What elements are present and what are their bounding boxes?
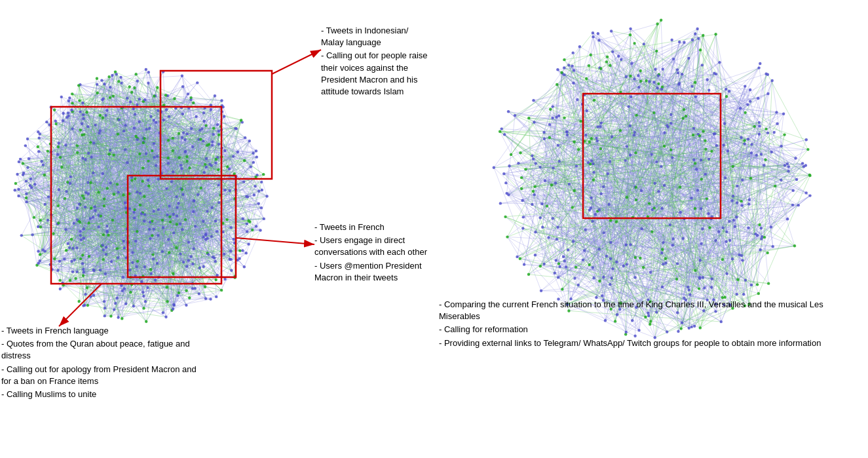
svg-point-4752 xyxy=(499,202,502,204)
svg-point-4786 xyxy=(750,284,753,286)
svg-point-4428 xyxy=(753,125,756,128)
svg-point-2503 xyxy=(188,297,191,299)
svg-point-2552 xyxy=(141,180,143,182)
svg-point-4457 xyxy=(540,290,542,292)
svg-point-4459 xyxy=(592,178,595,181)
svg-point-2407 xyxy=(131,251,134,254)
svg-point-2650 xyxy=(129,100,132,103)
svg-point-2405 xyxy=(168,251,170,254)
svg-point-4460 xyxy=(700,159,702,161)
svg-point-2224 xyxy=(257,190,260,193)
svg-point-4453 xyxy=(595,137,597,140)
svg-point-2583 xyxy=(121,289,124,292)
svg-point-2620 xyxy=(212,126,215,129)
svg-point-4514 xyxy=(766,252,768,254)
svg-point-2361 xyxy=(151,253,154,256)
svg-point-2432 xyxy=(52,232,54,235)
svg-point-2704 xyxy=(211,143,214,146)
svg-point-2401 xyxy=(172,308,174,311)
svg-point-2307 xyxy=(179,222,181,225)
left-top-annotation-list: Tweets in Indonesian/ Malay language Cal… xyxy=(321,25,429,98)
svg-point-4310 xyxy=(774,185,776,187)
svg-point-4693 xyxy=(689,293,691,296)
svg-point-2217 xyxy=(22,162,24,164)
svg-point-2686 xyxy=(206,144,208,147)
left-network-area: Tweets in Indonesian/ Malay language Cal… xyxy=(0,5,432,458)
svg-point-2703 xyxy=(24,144,27,147)
svg-point-2244 xyxy=(67,100,70,102)
svg-point-2359 xyxy=(220,99,223,102)
svg-point-4524 xyxy=(732,219,735,221)
svg-point-4750 xyxy=(772,245,774,248)
svg-point-4639 xyxy=(610,29,613,32)
svg-point-2433 xyxy=(254,185,256,187)
svg-point-4545 xyxy=(802,165,805,168)
svg-point-4530 xyxy=(736,185,738,187)
svg-point-2209 xyxy=(262,173,265,176)
svg-point-2355 xyxy=(211,206,214,209)
svg-point-4743 xyxy=(651,153,653,155)
svg-point-4710 xyxy=(694,207,696,210)
svg-point-2377 xyxy=(185,290,187,292)
svg-point-4672 xyxy=(552,217,554,219)
svg-point-2735 xyxy=(44,203,47,206)
svg-point-4638 xyxy=(556,68,559,71)
svg-point-2530 xyxy=(102,172,104,175)
svg-point-2396 xyxy=(181,113,184,115)
svg-point-2379 xyxy=(233,238,235,240)
right-bottom-item-2: Calling for reformation xyxy=(439,324,858,335)
svg-point-4324 xyxy=(577,148,580,151)
svg-point-4690 xyxy=(519,258,521,260)
svg-line-2804 xyxy=(272,50,321,74)
svg-point-2256 xyxy=(81,254,84,256)
svg-point-4563 xyxy=(551,105,554,107)
svg-point-4731 xyxy=(660,252,663,254)
left-top-annotation: Tweets in Indonesian/ Malay language Cal… xyxy=(321,25,429,99)
svg-point-4386 xyxy=(593,99,595,102)
svg-point-4630 xyxy=(663,145,666,147)
svg-point-4463 xyxy=(661,286,664,288)
svg-point-2413 xyxy=(111,219,114,221)
svg-point-4497 xyxy=(639,80,642,83)
svg-point-2627 xyxy=(148,228,151,231)
svg-point-2242 xyxy=(28,157,30,160)
svg-point-4659 xyxy=(723,122,726,124)
svg-point-4744 xyxy=(639,257,641,259)
svg-point-2354 xyxy=(39,253,41,256)
svg-point-2251 xyxy=(82,268,85,271)
svg-point-4344 xyxy=(656,86,658,89)
svg-point-4330 xyxy=(573,189,576,192)
svg-point-2775 xyxy=(117,118,120,121)
svg-point-2607 xyxy=(181,193,184,196)
svg-point-2784 xyxy=(153,94,155,97)
svg-line-3482 xyxy=(564,53,573,60)
svg-point-2417 xyxy=(177,202,179,204)
svg-point-2711 xyxy=(82,304,85,307)
svg-point-4674 xyxy=(514,114,516,117)
svg-point-2463 xyxy=(187,259,190,261)
svg-point-2381 xyxy=(60,96,63,98)
svg-point-4319 xyxy=(554,181,557,184)
svg-point-4754 xyxy=(663,184,666,187)
svg-point-2672 xyxy=(131,261,134,264)
svg-point-4787 xyxy=(698,276,701,278)
svg-point-2446 xyxy=(70,238,73,240)
right-bottom-annotation-list: Comparing the current French situation t… xyxy=(439,299,858,349)
svg-point-2597 xyxy=(87,152,90,155)
svg-point-2780 xyxy=(243,265,246,268)
svg-point-2692 xyxy=(62,119,64,122)
svg-point-4759 xyxy=(747,138,749,140)
right-bottom-item-1: Comparing the current French situation t… xyxy=(439,299,858,322)
svg-point-2732 xyxy=(228,168,231,170)
svg-point-2486 xyxy=(202,120,205,123)
svg-point-4564 xyxy=(692,127,695,130)
svg-point-4705 xyxy=(643,43,645,45)
svg-point-4604 xyxy=(746,103,749,105)
svg-point-2762 xyxy=(136,138,139,141)
svg-point-2286 xyxy=(45,121,48,123)
svg-point-2495 xyxy=(176,223,178,225)
svg-point-2754 xyxy=(157,208,160,211)
svg-point-2544 xyxy=(202,140,204,142)
svg-point-2427 xyxy=(228,258,231,261)
svg-point-2758 xyxy=(66,242,69,245)
